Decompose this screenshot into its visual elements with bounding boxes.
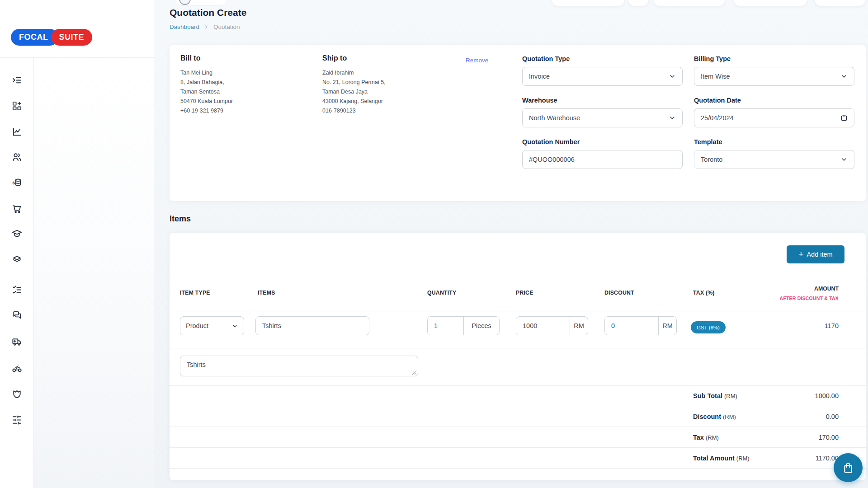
quotation-number-input[interactable] (522, 150, 683, 169)
billing-type-field: Billing Type Item Wise (694, 55, 854, 86)
price-input[interactable] (516, 317, 570, 335)
ship-to-label: Ship to (322, 54, 458, 62)
chevron-down-icon (231, 323, 238, 329)
bike-icon (12, 363, 22, 373)
template-label: Template (694, 138, 854, 145)
checklist-icon (12, 285, 22, 295)
tax-total-value: 170.00 (819, 427, 839, 448)
bill-to-line: 8, Jalan Bahagia, (180, 78, 316, 87)
user-menu[interactable] (174, 0, 227, 6)
warehouse-field: Warehouse North Warehouse (522, 97, 683, 127)
ship-to-line: Zaid Ibrahim (322, 68, 458, 78)
resize-grip[interactable] (412, 371, 416, 375)
ship-to-line: 016-7890123 (322, 106, 458, 116)
cart-fab-button[interactable] (834, 453, 863, 482)
sidebar-item-analytics[interactable] (8, 122, 26, 141)
item-name-cell (255, 316, 369, 335)
quotation-type-label: Quotation Type (522, 55, 683, 62)
sidebar-item-layers[interactable] (8, 249, 26, 267)
price-group: RM (516, 316, 588, 335)
bill-to-line: Taman Sentosa (180, 87, 316, 97)
item-type-select[interactable]: Product (180, 316, 244, 335)
bill-to-line: +60 19-321 9879 (180, 106, 316, 116)
remove-address-link[interactable]: Remove (466, 57, 488, 64)
logo-suite: SUITE (51, 29, 93, 46)
bill-to-line: 50470 Kuala Lumpur (180, 97, 316, 106)
focal-suite-logo[interactable]: FOCAL SUITE (11, 29, 92, 46)
sidebar-item-menu[interactable] (8, 71, 26, 89)
row-amount-value: 1170 (825, 316, 839, 335)
quantity-unit: Pieces (463, 317, 499, 335)
items-section-title: Items (170, 214, 191, 224)
sidebar-item-messages[interactable] (8, 306, 26, 324)
dashboard-grid-icon (12, 101, 22, 111)
discount-input[interactable] (605, 317, 658, 335)
template-select[interactable]: Toronto (694, 150, 854, 169)
discount-currency: RM (658, 317, 676, 335)
bill-to-label: Bill to (180, 54, 316, 62)
discount-group: RM (604, 316, 677, 335)
quantity-group: Pieces (427, 316, 500, 335)
ship-to-block: Ship to Zaid Ibrahim No. 21, Lorong Perm… (322, 54, 458, 116)
sidebar-item-dashboard[interactable] (8, 97, 26, 115)
tax-badge[interactable]: GST (6%) (691, 321, 726, 333)
finance-icon: $ (12, 178, 22, 188)
analytics-icon (12, 127, 22, 137)
shopping-bag-icon (842, 461, 854, 474)
col-header-item-type: ITEM TYPE (180, 290, 210, 296)
sidebar-item-education[interactable] (8, 224, 26, 242)
billing-type-select[interactable]: Item Wise (694, 67, 854, 86)
header-button[interactable] (654, 0, 725, 6)
quotation-date-input[interactable]: 25/04/2024 (694, 108, 854, 127)
header-button[interactable] (734, 0, 807, 6)
quotation-date-label: Quotation Date (694, 97, 854, 104)
quotation-number-label: Quotation Number (522, 138, 683, 145)
sidebar-item-security[interactable] (8, 385, 26, 403)
quotation-type-select[interactable]: Invoice (522, 67, 683, 86)
table-header-divider (170, 311, 866, 311)
shield-icon (12, 389, 22, 399)
header-button[interactable] (552, 0, 624, 6)
ship-to-line: No. 21, Lorong Permai 5, (322, 78, 458, 87)
col-header-tax: TAX (%) (693, 290, 715, 296)
sliders-icon (12, 415, 22, 425)
chat-icon (12, 310, 22, 320)
avatar (179, 0, 191, 5)
header-button[interactable] (628, 0, 648, 6)
item-description-textarea[interactable]: Tshirts (180, 356, 418, 376)
sidebar-icon-rail: $ (0, 58, 34, 488)
discount-total-value: 0.00 (826, 406, 839, 427)
sidebar-item-settings[interactable] (8, 411, 26, 429)
ship-to-line: Taman Desa Jaya (322, 87, 458, 97)
sidebar-logo-header: FOCAL SUITE (0, 0, 154, 58)
warehouse-select[interactable]: North Warehouse (522, 108, 683, 127)
sidebar-item-delivery[interactable] (8, 333, 26, 351)
discount-total-row: Discount(RM) 0.00 (170, 406, 866, 427)
price-currency: RM (570, 317, 588, 335)
education-icon (12, 228, 22, 239)
sidebar-item-rides[interactable] (8, 359, 26, 377)
bill-to-block: Bill to Tan Mei Ling 8, Jalan Bahagia, T… (180, 54, 316, 116)
col-header-price: PRICE (516, 290, 533, 296)
quantity-input[interactable] (428, 317, 463, 335)
item-description-cell: Tshirts (180, 356, 418, 376)
sidebar-item-tasks[interactable] (8, 281, 26, 299)
chevron-down-icon (669, 114, 676, 122)
sidebar-item-purchases[interactable] (8, 199, 26, 217)
add-item-button[interactable]: + Add item (787, 245, 844, 263)
sidebar-item-finance[interactable]: $ (8, 174, 26, 192)
quotation-number-field: Quotation Number (522, 138, 683, 169)
ship-to-line: 43000 Kajang, Selangor (322, 97, 458, 106)
sidebar-item-users[interactable] (8, 148, 26, 166)
col-header-discount: DISCOUNT (604, 290, 634, 296)
calendar-icon (840, 114, 848, 122)
item-name-input[interactable] (255, 316, 369, 335)
billing-card: Bill to Tan Mei Ling 8, Jalan Bahagia, T… (170, 45, 866, 201)
col-header-quantity: QUANTITY (427, 290, 456, 296)
truck-icon (12, 337, 22, 347)
chevron-right-icon (203, 24, 209, 30)
header-button[interactable] (815, 0, 865, 6)
quotation-type-field: Quotation Type Invoice (522, 55, 683, 86)
chevron-down-icon (840, 156, 848, 163)
breadcrumb-dashboard-link[interactable]: Dashboard (170, 23, 199, 30)
